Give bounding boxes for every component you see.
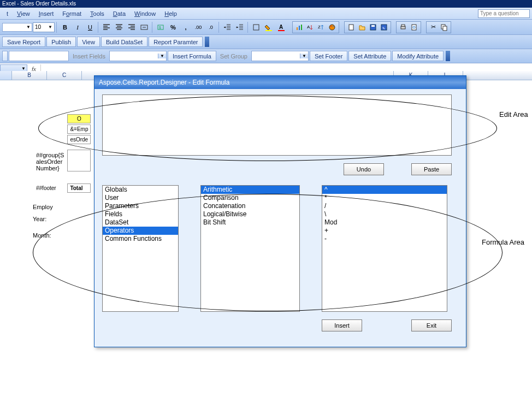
list-item[interactable]: / — [322, 202, 447, 210]
cell-emp[interactable]: &=Emp — [67, 125, 91, 134]
list-item[interactable]: Parameters — [103, 202, 178, 210]
preview-icon[interactable] — [409, 22, 419, 32]
comma-icon[interactable]: , — [180, 22, 192, 33]
operator-listbox[interactable]: ^*/\Mod+- — [322, 185, 447, 312]
toolbar-handle[interactable] — [2, 51, 8, 61]
dialog-title-bar[interactable]: Aspose.Cells.Report.Designer - Edit Form… — [94, 76, 466, 89]
list-item[interactable]: * — [322, 194, 447, 202]
list-item[interactable]: + — [322, 227, 447, 235]
chart-icon[interactable] — [294, 22, 305, 32]
menu-edit-partial[interactable]: t — [2, 9, 13, 18]
list-item[interactable]: Globals — [103, 186, 178, 194]
increase-decimal-icon[interactable]: .00 — [192, 22, 204, 33]
group-cell[interactable] — [67, 150, 91, 171]
list-item[interactable]: Comparison — [201, 194, 299, 202]
edit-area-annotation-label: Edit Area — [499, 110, 528, 118]
set-footer-button[interactable]: Set Footer — [310, 51, 347, 61]
undo-button[interactable]: Undo — [344, 163, 384, 175]
list-item[interactable]: \ — [322, 210, 447, 218]
col-c[interactable]: C — [47, 71, 82, 80]
save-icon[interactable] — [368, 22, 379, 32]
list-item[interactable]: Logical/Bitwise — [201, 210, 299, 218]
svg-rect-7 — [297, 27, 298, 30]
toolbar-grip[interactable] — [205, 37, 209, 47]
menu-help[interactable]: Help — [160, 9, 181, 18]
align-center-icon[interactable] — [113, 22, 125, 33]
percent-icon[interactable]: % — [167, 22, 179, 33]
align-left-icon[interactable] — [101, 22, 113, 33]
publish-button[interactable]: Publish — [46, 37, 76, 47]
list-item[interactable]: ^ — [322, 186, 447, 194]
increase-indent-icon[interactable] — [234, 22, 246, 33]
separator — [247, 22, 249, 33]
insert-formula-button[interactable]: Insert Formula — [168, 51, 216, 61]
cell-order[interactable]: esOrde — [67, 135, 91, 144]
svg-rect-9 — [301, 25, 302, 30]
insert-fields-dropdown[interactable]: ▼ — [109, 51, 167, 61]
palette-icon[interactable] — [327, 22, 338, 32]
italic-button[interactable]: I — [72, 22, 84, 33]
help-question-input[interactable] — [478, 9, 530, 18]
borders-icon[interactable] — [250, 22, 262, 33]
list-item[interactable]: Concatenation — [201, 202, 299, 210]
align-right-icon[interactable] — [126, 22, 138, 33]
list-item[interactable]: Mod — [322, 218, 447, 227]
sort-desc-icon[interactable]: Z — [316, 22, 327, 32]
report-parameter-button[interactable]: Report Paramter — [149, 37, 203, 47]
copy-icon[interactable] — [439, 22, 450, 32]
toolbar-group-1: A Z — [292, 21, 339, 33]
list-item[interactable]: DataSet — [103, 218, 178, 227]
menu-insert[interactable]: Insert — [34, 9, 58, 18]
list-item[interactable]: User — [103, 194, 178, 202]
list-item[interactable]: Common Functions — [103, 235, 178, 243]
decrease-decimal-icon[interactable]: .0 — [205, 22, 217, 33]
paste-button[interactable]: Paste — [411, 163, 452, 175]
toolbar-grip[interactable] — [446, 51, 450, 61]
field-target-input[interactable] — [9, 51, 69, 61]
total-cell[interactable]: Total — [67, 183, 91, 193]
list-item[interactable]: Operators — [103, 227, 178, 235]
list-item[interactable]: - — [322, 235, 447, 243]
set-attribute-button[interactable]: Set Attribute — [348, 51, 391, 61]
menu-window[interactable]: Window — [130, 9, 160, 18]
save-report-button[interactable]: Save Report — [2, 37, 45, 47]
menu-data[interactable]: Data — [109, 9, 130, 18]
svg-rect-15 — [349, 25, 353, 30]
decrease-indent-icon[interactable] — [221, 22, 233, 33]
set-group-dropdown[interactable]: ▼ — [251, 51, 309, 61]
font-color-icon[interactable]: A — [275, 22, 287, 33]
category-listbox[interactable]: GlobalsUserParametersFieldsDataSetOperat… — [102, 185, 179, 312]
svg-rect-20 — [401, 26, 405, 29]
employee-label: Employ — [33, 204, 92, 210]
bold-button[interactable]: B — [59, 22, 71, 33]
saveas-icon[interactable]: ✎ — [379, 22, 389, 32]
font-size-input[interactable]: 10▼ — [33, 22, 55, 32]
formula-edit-textarea[interactable] — [102, 94, 452, 156]
build-dataset-button[interactable]: Build DataSet — [101, 37, 147, 47]
currency-icon[interactable]: $ — [155, 22, 167, 33]
list-item[interactable]: Arithmetic — [201, 186, 299, 194]
insert-button[interactable]: Insert — [322, 319, 362, 331]
underline-button[interactable]: U — [84, 22, 96, 33]
list-item[interactable]: Bit Shift — [201, 218, 299, 227]
svg-text:✎: ✎ — [382, 27, 385, 30]
cell-header[interactable]: O — [67, 114, 91, 123]
modify-attribute-button[interactable]: Modify Attribute — [392, 51, 444, 61]
cut-icon[interactable]: ✂ — [428, 22, 439, 32]
open-icon[interactable] — [357, 22, 368, 32]
list-item[interactable]: Fields — [103, 210, 178, 218]
print-icon[interactable] — [398, 22, 409, 32]
menu-tools[interactable]: Tools — [86, 9, 109, 18]
new-icon[interactable] — [346, 22, 357, 32]
col-b[interactable]: B — [12, 71, 47, 80]
select-all-corner[interactable] — [0, 71, 12, 80]
subcategory-listbox[interactable]: ArithmeticComparisonConcatenationLogical… — [200, 185, 300, 312]
fill-color-icon[interactable] — [263, 22, 275, 33]
sort-asc-icon[interactable]: A — [305, 22, 316, 32]
merge-center-icon[interactable] — [138, 22, 150, 33]
exit-button[interactable]: Exit — [411, 319, 452, 331]
menu-view[interactable]: View — [13, 9, 34, 18]
menu-format[interactable]: Format — [58, 9, 86, 18]
view-button[interactable]: View — [77, 37, 100, 47]
svg-text:A: A — [279, 24, 283, 30]
